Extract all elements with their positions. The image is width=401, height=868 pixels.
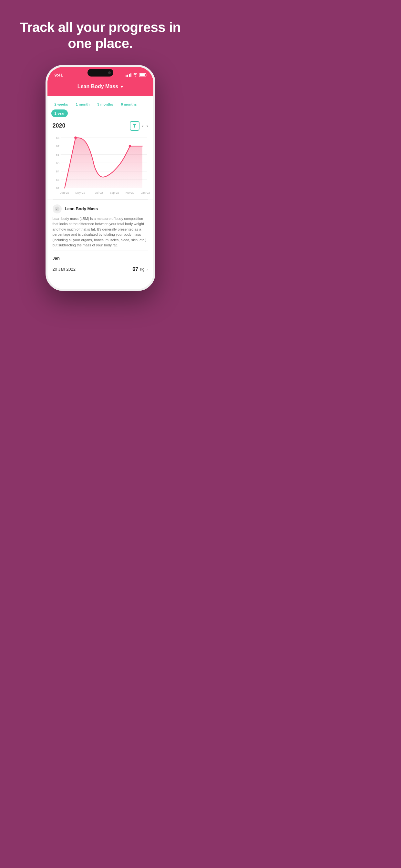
status-time: 9:41 (55, 73, 63, 78)
row-chevron-icon: › (147, 267, 148, 272)
filter-6months[interactable]: 6 months (118, 100, 140, 108)
svg-text:Nov'22: Nov'22 (126, 191, 134, 194)
data-value-row: 67 kg › (132, 267, 148, 272)
svg-text:Sep '22: Sep '22 (110, 191, 119, 194)
svg-text:Jul '22: Jul '22 (95, 191, 103, 194)
chart-controls: T ‹ › (130, 121, 148, 131)
data-section: Jan 20 Jan 2022 67 kg › (48, 251, 153, 278)
svg-text:Jan '22: Jan '22 (60, 191, 69, 194)
svg-text:66: 66 (56, 153, 59, 156)
svg-text:May '22: May '22 (75, 191, 85, 194)
svg-text:63: 63 (56, 178, 59, 182)
chart-area: 68 67 66 65 64 63 62 (48, 133, 153, 199)
data-unit: kg (140, 267, 145, 272)
info-description: Lean body mass (LBM) is a measure of bod… (53, 216, 148, 248)
phone-notch-area: 9:41 (48, 67, 153, 96)
chart-svg: 68 67 66 65 64 63 62 (51, 133, 150, 198)
svg-text:62: 62 (56, 186, 59, 190)
info-section: Lean Body Mass Lean body mass (LBM) is a… (48, 199, 153, 251)
dropdown-chevron-icon[interactable]: ▾ (121, 84, 123, 89)
prev-arrow-icon[interactable]: ‹ (142, 123, 144, 129)
hero-title: Track all your progress in one place. (0, 0, 201, 65)
filter-1year[interactable]: 1 year (51, 110, 68, 117)
info-header: Lean Body Mass (53, 205, 148, 213)
info-icon (53, 205, 62, 213)
svg-text:Jan '22: Jan '22 (141, 191, 150, 194)
t-button[interactable]: T (130, 121, 140, 131)
data-row[interactable]: 20 Jan 2022 67 kg › (53, 264, 148, 275)
app-title: Lean Body Mass (78, 84, 118, 89)
filter-1month[interactable]: 1 month (73, 100, 93, 108)
svg-point-20 (55, 206, 59, 211)
phone-frame: 9:41 (45, 65, 155, 291)
status-icons (126, 73, 146, 77)
next-arrow-icon[interactable]: › (146, 123, 148, 129)
filter-2weeks[interactable]: 2 weeks (51, 100, 71, 108)
data-date: 20 Jan 2022 (53, 267, 76, 272)
chart-point-nov (128, 145, 131, 147)
data-month-label: Jan (53, 256, 148, 260)
notch-dot (108, 71, 111, 74)
battery-icon (139, 73, 146, 77)
phone-content: 2 weeks 1 month 3 months 6 months 1 year… (48, 96, 153, 278)
info-title: Lean Body Mass (65, 206, 98, 211)
signal-icon (126, 73, 131, 77)
svg-text:65: 65 (56, 161, 59, 165)
data-value: 67 (132, 267, 138, 272)
chart-point-may (74, 136, 77, 139)
chart-year: 2020 (53, 122, 66, 129)
wifi-icon (133, 73, 137, 77)
app-header: Lean Body Mass ▾ (48, 80, 153, 96)
chart-header: 2020 T ‹ › (48, 120, 153, 133)
filter-3months[interactable]: 3 months (94, 100, 116, 108)
time-filter-row: 2 weeks 1 month 3 months 6 months 1 year (48, 96, 153, 120)
phone-wrapper: 9:41 (0, 65, 201, 304)
leaf-icon (54, 206, 60, 212)
svg-text:67: 67 (56, 144, 59, 148)
svg-text:64: 64 (56, 169, 59, 173)
svg-text:68: 68 (56, 136, 59, 140)
notch-pill (88, 69, 113, 76)
